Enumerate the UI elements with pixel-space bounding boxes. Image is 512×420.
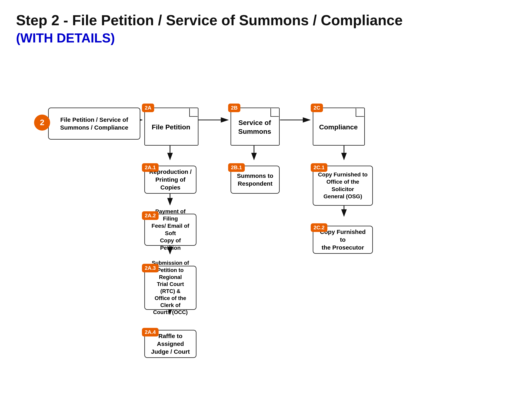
badge-2a4: 2A.4 xyxy=(142,328,159,337)
badge-2b1: 2B.1 xyxy=(228,163,245,172)
box-2b: Service of Summons xyxy=(231,108,280,146)
badge-2b: 2B xyxy=(228,104,240,112)
badge-2a2: 2A.2 xyxy=(142,211,159,220)
box-main: File Petition / Service of Summons / Com… xyxy=(48,108,140,140)
badge-2c2: 2C.2 xyxy=(311,223,327,232)
badge-2c1: 2C.1 xyxy=(311,163,327,172)
box-2a3: Submission of Petition to Regional Trial… xyxy=(144,266,196,310)
page-subtitle: (WITH DETAILS) xyxy=(16,31,496,45)
badge-2a3: 2A.3 xyxy=(142,264,159,272)
page-title: Step 2 - File Petition / Service of Summ… xyxy=(16,12,496,29)
diagram: 2 File Petition / Service of Summons / C… xyxy=(16,61,496,382)
badge-main: 2 xyxy=(34,115,50,131)
badge-2a: 2A xyxy=(142,104,154,112)
box-2c: Compliance xyxy=(313,108,365,146)
badge-2a1: 2A.1 xyxy=(142,163,159,172)
badge-2c: 2C xyxy=(311,104,323,112)
box-2a: File Petition xyxy=(144,108,198,146)
